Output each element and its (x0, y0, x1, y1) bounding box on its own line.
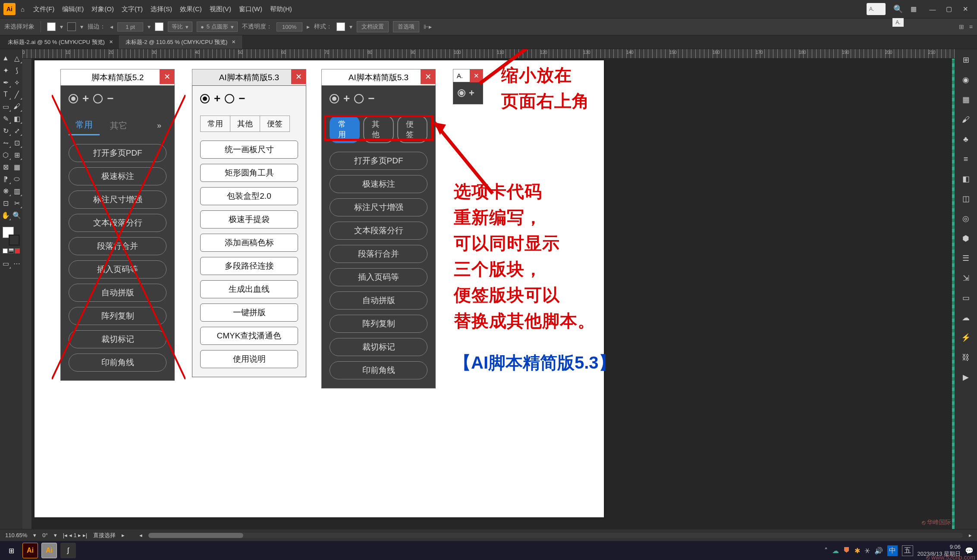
rotation-value[interactable]: 0° (42, 532, 47, 538)
menu-view[interactable]: 视图(V) (210, 5, 231, 13)
script-button[interactable]: 标注尺寸增强 (69, 191, 166, 209)
script-button[interactable]: 自动拼版 (69, 284, 166, 302)
document-setup-button[interactable]: 文档设置 (357, 21, 389, 32)
stroke-style-swatch[interactable] (155, 22, 163, 31)
script-button[interactable]: 阵列复制 (330, 315, 427, 333)
script-button[interactable]: 极速标注 (69, 167, 166, 185)
script-button[interactable]: CMYK查找潘通色 (200, 327, 298, 345)
tray-onedrive-icon[interactable]: ☁ (832, 547, 839, 555)
script-button[interactable]: 统一画板尺寸 (200, 141, 298, 159)
maximize-button[interactable]: ▢ (941, 2, 957, 16)
align-icon[interactable]: ⊩▸ (424, 23, 432, 30)
graph-tool[interactable]: ▥ (11, 185, 22, 197)
width-tool[interactable]: ⥊ (0, 137, 11, 148)
document-tab-2[interactable]: 未标题-2 @ 110.65 % (CMYK/CPU 预览)✕ (119, 35, 242, 49)
scrollbar-horizontal[interactable] (148, 533, 963, 538)
links-panel-icon[interactable]: ⛓ (958, 350, 973, 365)
close-button[interactable]: ✕ (957, 2, 974, 16)
stroke-swatch[interactable] (67, 22, 76, 31)
script-button[interactable]: 插入页码等 (330, 268, 427, 286)
windows-start-icon[interactable]: ⊞ (3, 543, 19, 558)
zoom-radio-row[interactable]: + − (61, 86, 174, 111)
gradient-panel-icon[interactable]: ◧ (958, 172, 973, 186)
script-button[interactable]: 打开多页PDF (69, 144, 166, 162)
opacity-input[interactable]: 100% (276, 22, 302, 31)
illustrator-task-icon[interactable]: Ai (22, 543, 38, 558)
tab-notes[interactable]: 便签 (260, 116, 290, 132)
tab-other[interactable]: 其它 (103, 116, 134, 135)
script-button[interactable]: 包装盒型2.0 (200, 187, 298, 205)
fill-swatch[interactable] (47, 22, 56, 31)
properties-panel-icon[interactable]: ⊞ (958, 53, 973, 67)
menu-file[interactable]: 文件(F) (33, 5, 54, 13)
line-tool[interactable]: ╱ (11, 89, 22, 100)
artboard-tool[interactable]: ⊡ (0, 197, 11, 209)
script-button[interactable]: 文本段落分行 (330, 222, 427, 240)
swatches-panel-icon[interactable]: ▦ (958, 92, 973, 107)
menu-edit[interactable]: 编辑(E) (62, 5, 84, 13)
rectangle-tool[interactable]: ▭ (0, 101, 11, 112)
rotate-tool[interactable]: ↻ (0, 125, 11, 136)
illustrator-task-icon[interactable]: Ai (41, 543, 57, 558)
mesh-tool[interactable]: ⊠ (0, 161, 11, 172)
tab-common[interactable]: 常用 (200, 116, 230, 132)
panel-menu-icon[interactable]: ≡ (969, 23, 973, 30)
arrange-icon[interactable]: ▦ (911, 5, 917, 13)
panel-dock-icon[interactable]: ⊞ (959, 23, 964, 30)
play-icon[interactable]: ▶ (958, 370, 973, 385)
shape-builder-tool[interactable]: ⬡ (0, 149, 11, 160)
free-transform-tool[interactable]: ⊡ (11, 137, 22, 148)
zoom-radio-row[interactable]: + − (192, 86, 306, 111)
tray-volume-icon[interactable]: 🔊 (874, 547, 883, 555)
radio-icon[interactable] (225, 94, 234, 103)
minimize-button[interactable]: — (924, 2, 941, 16)
color-panel-icon[interactable]: ◉ (958, 72, 973, 87)
radio-icon[interactable] (69, 94, 78, 103)
script-button[interactable]: 一键拼版 (200, 303, 298, 322)
menu-select[interactable]: 选择(S) (151, 5, 172, 13)
preferences-button[interactable]: 首选项 (393, 21, 419, 32)
script-button[interactable]: 印前角线 (69, 354, 166, 372)
script-button[interactable]: 自动拼版 (330, 291, 427, 310)
pen-tool[interactable]: ✒ (0, 77, 11, 88)
paintbrush-tool[interactable]: 🖌 (11, 101, 22, 112)
hand-tool[interactable]: ✋ (0, 210, 11, 221)
script-button[interactable]: 文本段落分行 (69, 214, 166, 232)
layers-panel-icon[interactable]: ☰ (958, 251, 973, 266)
appearance-panel-icon[interactable]: ◎ (958, 211, 973, 226)
tab-other[interactable]: 其他 (230, 116, 260, 132)
script-button[interactable]: 裁切标记 (330, 338, 427, 356)
menu-type[interactable]: 文字(T) (122, 5, 143, 13)
libraries-panel-icon[interactable]: ☁ (958, 310, 973, 325)
direct-selection-tool[interactable]: △ (11, 53, 22, 64)
zoom-level[interactable]: 110.65% (5, 532, 27, 538)
script-button[interactable]: 矩形圆角工具 (200, 164, 298, 182)
edit-toolbar-icon[interactable]: ⋯ (11, 258, 22, 269)
script-button[interactable]: 极速标注 (330, 175, 427, 193)
shaper-tool[interactable]: ✎ (0, 113, 11, 124)
fill-stroke-swatches[interactable] (2, 227, 21, 253)
script-button[interactable]: 裁切标记 (69, 330, 166, 348)
stroke-panel-icon[interactable]: ≡ (958, 152, 973, 166)
script-button[interactable]: 多段路径连接 (200, 257, 298, 275)
slice-tool[interactable]: ✂ (11, 197, 22, 209)
menu-help[interactable]: 帮助(H) (270, 5, 292, 13)
close-icon[interactable]: ✕ (160, 69, 174, 84)
stroke-width-input[interactable]: 1 pt (117, 22, 143, 31)
tray-wifi-icon[interactable]: ✱ (854, 547, 860, 555)
menu-effect[interactable]: 效果(C) (180, 5, 202, 13)
scale-tool[interactable]: ⤢ (11, 125, 22, 136)
script-button[interactable]: 阵列复制 (69, 307, 166, 325)
tray-up-icon[interactable]: ˄ (824, 547, 828, 555)
selection-tool[interactable]: ▲ (0, 53, 11, 64)
app-task-icon[interactable]: ∫ (60, 543, 76, 558)
radio-icon[interactable] (354, 94, 364, 103)
script-button[interactable]: 插入页码等 (69, 260, 166, 278)
document-tab-1[interactable]: 未标题-2.ai @ 50 % (CMYK/CPU 预览)✕ (2, 35, 119, 49)
scrollbar-vertical[interactable] (952, 59, 955, 529)
symbol-sprayer-tool[interactable]: ❋ (0, 185, 11, 197)
asset-export-panel-icon[interactable]: ⇲ (958, 271, 973, 285)
radio-icon[interactable] (200, 94, 210, 103)
search-icon[interactable]: 🔍 (893, 4, 903, 14)
symbols-panel-icon[interactable]: ♣ (958, 132, 973, 147)
